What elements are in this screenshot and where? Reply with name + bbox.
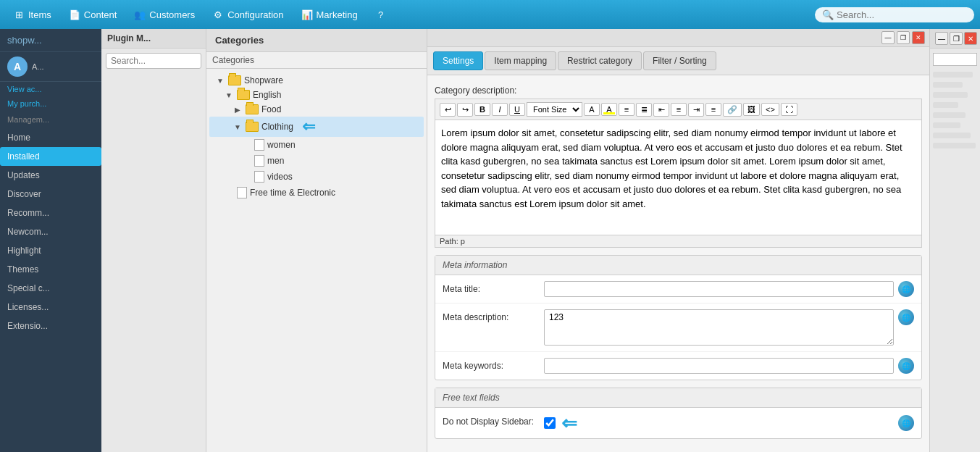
category-description-label: Category description: — [435, 83, 922, 99]
editor-path: Path: p — [435, 235, 922, 248]
sidebar-display-control: ⇐ 🌐 — [544, 414, 914, 432]
tree-label: Food — [261, 104, 281, 114]
editor-area[interactable]: Lorem ipsum dolor sit amet, consetetur s… — [435, 120, 922, 235]
tab-restrict-category[interactable]: Restrict category — [558, 51, 642, 70]
fullscreen-button[interactable]: ⛶ — [781, 103, 797, 116]
page-icon — [254, 171, 264, 183]
tab-settings[interactable]: Settings — [433, 51, 483, 70]
meta-description-row: Meta description: 123 🌐 — [435, 304, 921, 352]
page-icon — [237, 187, 247, 198]
font-color-button[interactable]: A — [584, 103, 600, 116]
tree-label: Free time & Electronic — [250, 188, 335, 198]
sidebar-item-home[interactable]: Home — [0, 128, 101, 147]
nav-marketing[interactable]: 📊 Marketing — [294, 6, 365, 23]
right-sidebar-controls: — ❐ ✕ — [930, 29, 980, 49]
ol-button[interactable]: ≣ — [636, 103, 652, 117]
image-button[interactable]: 🖼 — [743, 103, 760, 116]
question-icon: ? — [375, 9, 387, 20]
align-right-button[interactable]: ⇥ — [688, 103, 704, 117]
rs-bar-1 — [933, 72, 973, 78]
ul-button[interactable]: ≡ — [619, 103, 635, 116]
align-center-button[interactable]: ≡ — [671, 103, 687, 116]
folder-icon — [246, 122, 259, 132]
tree-item-food[interactable]: ▶ Food — [209, 102, 424, 117]
sidebar-item-recommend[interactable]: Recomm... — [0, 204, 101, 222]
sidebar-item-updates[interactable]: Updates — [0, 166, 101, 185]
meta-title-label: Meta title: — [443, 281, 537, 294]
meta-keywords-input[interactable] — [544, 358, 894, 374]
sidebar-item-discover[interactable]: Discover — [0, 185, 101, 204]
sidebar-item-installed[interactable]: Installed — [0, 147, 101, 166]
sidebar-item-newcomers[interactable]: Newcom... — [0, 222, 101, 241]
globe-icon-desc: 🌐 — [898, 309, 914, 325]
minimize-button[interactable]: — — [881, 31, 895, 44]
sidebar-item-licenses[interactable]: Licenses... — [0, 298, 101, 317]
tab-filter-sorting[interactable]: Filter / Sorting — [643, 51, 716, 70]
nav-customers[interactable]: 👥 Customers — [127, 6, 202, 23]
tree-item-free-time[interactable]: Free time & Electronic — [209, 185, 424, 201]
align-justify-button[interactable]: ≡ — [705, 103, 721, 116]
align-left-button[interactable]: ⇤ — [653, 103, 669, 117]
file-icon: 📄 — [69, 9, 80, 20]
rs-minimize-button[interactable]: — — [935, 32, 948, 45]
tree-label: men — [267, 156, 284, 166]
nav-content[interactable]: 📄 Content — [62, 6, 125, 23]
sidebar-item-highlight[interactable]: Highlight — [0, 241, 101, 260]
plugin-search-input[interactable] — [106, 53, 201, 69]
window-controls-bar: — ❐ ✕ — [427, 29, 929, 47]
rs-restore-button[interactable]: ❐ — [950, 32, 963, 45]
nav-items[interactable]: ⊞ Items — [6, 6, 59, 23]
meta-description-label: Meta description: — [443, 309, 537, 322]
sidebar-checkbox[interactable] — [544, 417, 556, 429]
categories-panel-title: Categories — [206, 29, 427, 52]
tree-item-videos[interactable]: videos — [209, 169, 424, 185]
categories-panel: Categories Categories ▼ Shopware ▼ Engli… — [206, 29, 427, 452]
bold-button[interactable]: B — [474, 103, 490, 116]
folder-icon — [246, 104, 259, 114]
tree-item-clothing[interactable]: ▼ Clothing ⇐ — [209, 117, 424, 137]
rs-search-wrap — [933, 53, 977, 66]
plugin-search-wrap — [106, 53, 201, 69]
undo-button[interactable]: ↩ — [440, 103, 456, 117]
sidebar-item-themes[interactable]: Themes — [0, 260, 101, 279]
folder-icon — [237, 90, 250, 100]
search-icon: 🔍 — [822, 9, 834, 20]
search-input[interactable] — [837, 9, 967, 20]
rs-search-input[interactable] — [933, 53, 977, 66]
meta-description-input[interactable]: 123 — [544, 309, 894, 346]
meta-description-control: 123 🌐 — [544, 309, 914, 346]
main-tabs: Settings Item mapping Restrict category … — [427, 47, 929, 75]
main-content: — ❐ ✕ Settings Item mapping Restrict cat… — [427, 29, 929, 452]
underline-button[interactable]: U — [509, 103, 525, 116]
font-size-select[interactable]: Font Size 8pt10pt12pt14pt — [527, 102, 582, 117]
redo-button[interactable]: ↪ — [457, 103, 473, 117]
sidebar-item-extensions[interactable]: Extensio... — [0, 317, 101, 335]
tree-item-women[interactable]: women — [209, 137, 424, 153]
expand-icon: ▼ — [224, 90, 234, 100]
tree-label: English — [253, 90, 281, 100]
nav-help[interactable]: ? — [368, 6, 394, 23]
sidebar-display-row: Do not Display Sidebar: ⇐ 🌐 — [435, 408, 921, 438]
search-bar[interactable]: 🔍 — [815, 7, 974, 22]
font-bg-button[interactable]: A — [601, 103, 617, 116]
link-button[interactable]: 🔗 — [723, 103, 742, 117]
source-button[interactable]: <> — [761, 103, 779, 116]
sidebar-item-special[interactable]: Special c... — [0, 279, 101, 298]
restore-button[interactable]: ❐ — [897, 31, 910, 44]
expand-icon — [224, 188, 234, 198]
tree-item-shopware[interactable]: ▼ Shopware — [209, 73, 424, 88]
main-layout: shopw... A A... View ac... My purch... M… — [0, 29, 980, 452]
expand-icon — [241, 140, 251, 150]
close-button[interactable]: ✕ — [912, 31, 925, 44]
view-account-link[interactable]: View ac... — [0, 82, 101, 96]
tab-item-mapping[interactable]: Item mapping — [485, 51, 556, 70]
italic-button[interactable]: I — [492, 103, 508, 116]
rs-close-button[interactable]: ✕ — [964, 32, 977, 45]
nav-configuration[interactable]: ⚙ Configuration — [205, 6, 290, 23]
tree-item-english[interactable]: ▼ English — [209, 88, 424, 102]
tree-item-men[interactable]: men — [209, 153, 424, 169]
meta-section-title: Meta information — [435, 256, 921, 275]
expand-icon — [241, 156, 251, 166]
my-purchases-link[interactable]: My purch... — [0, 96, 101, 111]
meta-title-input[interactable] — [544, 281, 894, 297]
